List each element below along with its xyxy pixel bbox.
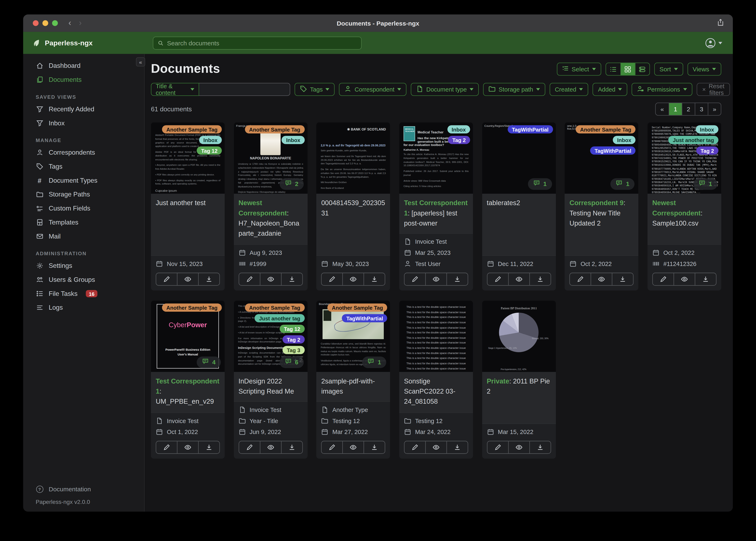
- app-brand[interactable]: Paperless-ngx: [23, 39, 145, 47]
- tag-another-sample-tag[interactable]: Another Sample Tag: [245, 125, 305, 134]
- tag-inbox[interactable]: Inbox: [447, 125, 470, 134]
- sidebar-item-storage-paths[interactable]: Storage Paths: [23, 188, 144, 202]
- page-2[interactable]: 2: [682, 103, 695, 115]
- document-title[interactable]: Newest Correspondent: H7_Napoleon_Bonapa…: [239, 198, 303, 238]
- document-title[interactable]: 0004814539_20230531: [321, 198, 385, 218]
- comment-count-badge[interactable]: 1: [528, 178, 552, 190]
- comment-count-badge[interactable]: 1: [611, 178, 635, 190]
- sidebar-item-users-groups[interactable]: Users & Groups: [23, 273, 144, 287]
- tag-just-another-tag[interactable]: Just another tag: [669, 136, 718, 144]
- sidebar-item-custom-fields[interactable]: Custom Fields: [23, 202, 144, 216]
- sidebar-item-recently-added[interactable]: Recently Added: [23, 102, 144, 116]
- edit-document-button[interactable]: [239, 441, 260, 453]
- edit-document-button[interactable]: [322, 441, 343, 453]
- comment-count-badge[interactable]: 1: [693, 178, 717, 190]
- view-document-button[interactable]: [673, 273, 695, 285]
- download-document-button[interactable]: [281, 273, 302, 285]
- download-document-button[interactable]: [198, 273, 220, 285]
- comment-count-badge[interactable]: 1: [362, 356, 386, 368]
- view-document-button[interactable]: [425, 441, 447, 453]
- views-button[interactable]: Views: [687, 63, 721, 76]
- sidebar-item-correspondents[interactable]: Correspondents: [23, 146, 144, 160]
- document-card[interactable]: Patient BP Distribution 2011Normal, 150,…: [482, 300, 556, 458]
- document-title[interactable]: Correspondent 9: Testing New Title Updat…: [569, 198, 634, 228]
- filter-added-button[interactable]: Added: [593, 83, 627, 96]
- share-icon[interactable]: [717, 19, 724, 28]
- tag-inbox[interactable]: Inbox: [613, 136, 636, 144]
- download-document-button[interactable]: [364, 441, 385, 453]
- document-card[interactable]: ❋ BANK OF SCOTLAND2,0 % p. a. auf Ihr Ta…: [317, 123, 390, 291]
- tag-another-sample-tag[interactable]: Another Sample Tag: [576, 125, 636, 134]
- view-document-button[interactable]: [343, 273, 364, 285]
- document-title[interactable]: 2sample-pdf-with-images: [321, 376, 385, 396]
- download-document-button[interactable]: [695, 273, 716, 285]
- tag-tag-3[interactable]: Tag 3: [282, 346, 305, 354]
- download-document-button[interactable]: [529, 273, 550, 285]
- download-document-button[interactable]: [612, 273, 633, 285]
- view-document-button[interactable]: [591, 273, 612, 285]
- view-document-button[interactable]: [260, 441, 281, 453]
- document-card[interactable]: This document contains the following inf…: [234, 300, 307, 458]
- filter-storage-path-button[interactable]: Storage path: [483, 83, 545, 96]
- tag-tag-2[interactable]: Tag 2: [448, 136, 470, 144]
- document-title[interactable]: Test Correspondent 1: UM_PPBE_en_v29: [156, 376, 220, 406]
- tag-another-sample-tag[interactable]: Another Sample Tag: [327, 303, 387, 312]
- edit-document-button[interactable]: [487, 273, 508, 285]
- filter-document-type-button[interactable]: Document type: [411, 83, 479, 96]
- download-document-button[interactable]: [447, 273, 468, 285]
- sidebar-item-dashboard[interactable]: Dashboard: [23, 59, 144, 73]
- document-title[interactable]: Sonstige ScanPC2022 03-24_081058: [404, 376, 468, 406]
- comment-count-badge[interactable]: 2: [280, 178, 304, 190]
- view-list-button[interactable]: [606, 63, 620, 75]
- edit-document-button[interactable]: [322, 273, 343, 285]
- edit-document-button[interactable]: [653, 273, 674, 285]
- sidebar-item-mail[interactable]: Mail: [23, 229, 144, 243]
- sidebar-item-settings[interactable]: Settings: [23, 259, 144, 273]
- sidebar-collapse-button[interactable]: «: [136, 57, 145, 66]
- view-document-button[interactable]: [508, 273, 529, 285]
- sidebar-item-file-tasks[interactable]: File Tasks16: [23, 286, 144, 300]
- view-detail-button[interactable]: [635, 63, 649, 75]
- comment-count-badge[interactable]: 6: [280, 356, 304, 368]
- sidebar-item-logs[interactable]: Logs: [23, 300, 144, 314]
- tag-tagwithpartial[interactable]: TagWithPartial: [590, 146, 636, 155]
- edit-document-button[interactable]: [156, 273, 177, 285]
- page-»[interactable]: »: [708, 103, 721, 115]
- view-document-button[interactable]: [260, 273, 281, 285]
- edit-document-button[interactable]: [239, 273, 260, 285]
- view-document-button[interactable]: [177, 273, 198, 285]
- tag-inbox[interactable]: Inbox: [199, 136, 222, 144]
- edit-document-button[interactable]: [404, 441, 425, 453]
- view-grid-button[interactable]: [620, 63, 635, 75]
- edit-document-button[interactable]: [156, 441, 177, 453]
- edit-document-button[interactable]: [404, 273, 425, 285]
- tag-inbox[interactable]: Inbox: [696, 125, 718, 134]
- edit-document-button[interactable]: [570, 273, 591, 285]
- tag-tag-12[interactable]: Tag 12: [197, 146, 222, 155]
- document-card[interactable]: Country,Region/State,"...TagWithPartial1…: [482, 123, 556, 291]
- document-card[interactable]: one,1.0 five,5.0Another Sample TagInboxT…: [565, 123, 639, 291]
- download-document-button[interactable]: [364, 273, 385, 285]
- document-card[interactable]: CyberPowerPowerPanel® Business EditionUs…: [151, 300, 225, 458]
- tag-tag-12[interactable]: Tag 12: [280, 325, 305, 333]
- tag-another-sample-tag[interactable]: Another Sample Tag: [162, 125, 222, 134]
- sidebar-item-templates[interactable]: Templates: [23, 216, 144, 230]
- filter-correspondent-button[interactable]: Correspondent: [339, 83, 406, 96]
- view-document-button[interactable]: [343, 441, 364, 453]
- title-content-input[interactable]: [199, 83, 290, 96]
- document-card[interactable]: Boundary Waters TripCurabitur bibendum a…: [317, 300, 390, 458]
- search-bar[interactable]: [153, 36, 362, 49]
- document-title[interactable]: Test Correspondent 1: [paperless] test p…: [404, 198, 468, 228]
- select-button[interactable]: Select: [557, 63, 601, 76]
- title-content-dropdown[interactable]: Title & content: [151, 83, 199, 96]
- document-title[interactable]: tablerates2: [487, 198, 551, 208]
- sort-button[interactable]: Sort: [654, 63, 683, 76]
- filter-created-button[interactable]: Created: [549, 83, 588, 96]
- tag-tagwithpartial[interactable]: TagWithPartial: [342, 314, 387, 322]
- sidebar-item-documentation[interactable]: ? Documentation: [23, 482, 144, 496]
- document-card[interactable]: Francja pod r...NAPOLEON BONAPARTEUrodzo…: [234, 123, 307, 291]
- tag-tag-2[interactable]: Tag 2: [282, 335, 305, 343]
- sidebar-item-documents[interactable]: Documents: [23, 73, 144, 87]
- reset-filters-button[interactable]: × Reset filters: [696, 83, 730, 96]
- download-document-button[interactable]: [281, 441, 302, 453]
